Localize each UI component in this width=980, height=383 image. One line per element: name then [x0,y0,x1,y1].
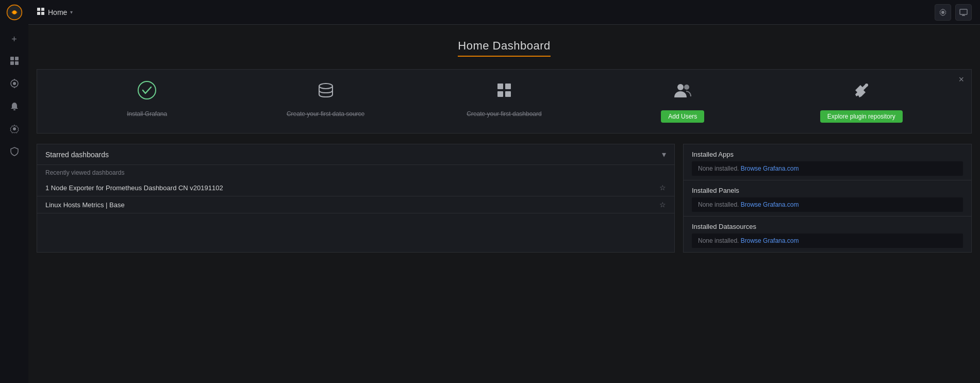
dashboard-item[interactable]: 1 Node Exporter for Prometheus Dashboard… [37,179,674,196]
installed-datasources-item: None installed. Browse Grafana.com [692,234,963,248]
star-icon[interactable]: ☆ [659,201,666,209]
svg-rect-14 [37,12,40,15]
panels-row: Starred dashboards ▾ Recently viewed das… [37,144,972,253]
svg-point-28 [865,84,868,87]
preferences-button[interactable] [935,4,951,21]
sidebar-item-shield[interactable] [4,142,25,163]
sidebar-item-explore[interactable] [4,74,25,95]
svg-point-20 [138,81,156,99]
browse-grafana-panels-link[interactable]: Browse Grafana.com [741,201,799,208]
home-brand-label: Home [48,8,67,16]
svg-point-21 [319,84,333,89]
installed-panels-text: None installed. [698,201,739,208]
close-banner-button[interactable]: × [958,75,964,84]
top-navbar: Home ▾ [28,0,980,25]
caret-down-icon: ▾ [70,9,73,15]
sidebar-item-dashboards[interactable] [4,52,25,72]
svg-point-7 [13,82,16,85]
installed-panel: Installed Apps None installed. Browse Gr… [683,144,972,253]
svg-rect-15 [41,12,44,15]
step-explore-plugins: Explore plugin repository [810,80,913,123]
topnav-actions [935,4,972,21]
svg-rect-25 [505,91,511,97]
svg-rect-17 [960,9,967,14]
step-install-grafana: Install Grafana [95,80,198,118]
svg-rect-3 [15,57,19,60]
dashboards-icon [10,56,19,68]
star-icon[interactable]: ☆ [659,184,666,192]
plugin-icon [851,80,872,105]
database-icon [315,80,336,105]
svg-rect-23 [505,84,511,89]
recently-viewed-label: Recently viewed dashboards [37,165,674,179]
installed-panels-item: None installed. Browse Grafana.com [692,197,963,212]
main-content: Home ▾ Home Dashboard [28,0,980,383]
svg-point-26 [677,84,684,90]
explore-plugins-button[interactable]: Explore plugin repository [820,110,903,123]
step-create-dashboard: Create your first dashboard [453,80,556,118]
steps-row: Install Grafana Create your first data s… [58,80,951,123]
explore-icon [10,79,19,91]
browse-grafana-datasources-link[interactable]: Browse Grafana.com [741,237,799,244]
installed-apps-title: Installed Apps [692,151,963,158]
page-content: Home Dashboard × Install Grafana [28,25,980,383]
browse-grafana-apps-link[interactable]: Browse Grafana.com [741,165,799,172]
svg-rect-22 [497,84,503,89]
installed-datasources-section: Installed Datasources None installed. Br… [684,217,971,252]
installed-apps-text: None installed. [698,165,739,172]
dashboard-item[interactable]: Linux Hosts Metrics | Base ☆ [37,196,674,213]
installed-panels-title: Installed Panels [692,187,963,194]
svg-point-11 [13,127,16,130]
sidebar: + [0,0,28,383]
getting-started-banner: × Install Grafana [37,69,972,134]
users-icon [672,80,693,105]
installed-apps-item: None installed. Browse Grafana.com [692,161,963,176]
svg-point-1 [12,11,15,14]
collapse-starred-icon[interactable]: ▾ [662,149,666,159]
step-add-users: Add Users [631,80,734,123]
add-users-button[interactable]: Add Users [661,110,704,123]
step-install-grafana-label: Install Grafana [127,110,167,118]
tv-mode-button[interactable] [955,4,972,21]
svg-rect-5 [15,61,19,65]
svg-rect-10 [13,109,15,110]
dashboard-name: Linux Hosts Metrics | Base [45,201,125,209]
check-circle-icon [137,80,157,105]
installed-panels-section: Installed Panels None installed. Browse … [684,180,971,217]
gear-icon [10,124,19,136]
svg-rect-2 [10,57,14,60]
dashboard-grid-icon [494,80,514,105]
svg-rect-13 [41,8,44,11]
dashboard-name: 1 Node Exporter for Prometheus Dashboard… [45,184,223,192]
sidebar-item-add[interactable]: + [4,29,25,49]
sidebar-item-configuration[interactable] [4,120,25,140]
starred-dashboards-panel: Starred dashboards ▾ Recently viewed das… [37,144,675,253]
step-create-datasource: Create your first data source [274,80,377,118]
installed-apps-section: Installed Apps None installed. Browse Gr… [684,144,971,180]
installed-datasources-title: Installed Datasources [692,223,963,230]
step-create-dashboard-label: Create your first dashboard [467,110,541,118]
home-nav-button[interactable]: Home ▾ [37,7,73,18]
grid-icon [37,7,45,18]
svg-point-16 [941,11,944,14]
svg-point-27 [684,85,689,90]
page-title: Home Dashboard [458,39,550,57]
svg-rect-24 [497,91,503,97]
add-icon: + [11,34,17,45]
page-title-section: Home Dashboard [28,25,980,69]
svg-rect-4 [10,61,14,65]
installed-datasources-text: None installed. [698,237,739,244]
alerting-icon [10,102,19,113]
sidebar-item-alerting[interactable] [4,97,25,118]
svg-rect-12 [37,8,40,11]
shield-icon [10,147,19,159]
step-create-datasource-label: Create your first data source [287,110,364,118]
starred-dashboards-header: Starred dashboards ▾ [37,144,674,165]
starred-dashboards-title: Starred dashboards [45,151,109,159]
grafana-logo-icon[interactable] [6,4,23,21]
